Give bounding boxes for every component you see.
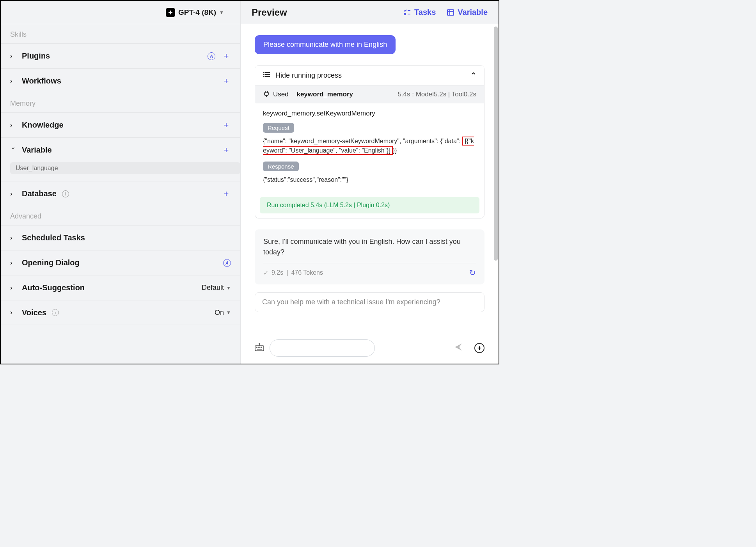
chevron-down-icon: ▼ xyxy=(226,310,231,315)
plugin-icon xyxy=(263,90,270,99)
preview-body: Please communicate with me in English Hi… xyxy=(241,24,499,335)
item-scheduled-tasks[interactable]: › Scheduled Tasks xyxy=(1,225,240,250)
svg-point-16 xyxy=(258,347,259,348)
input-bar: + xyxy=(241,335,499,364)
section-memory: Memory xyxy=(1,93,240,112)
auto-icon[interactable]: A xyxy=(223,259,231,267)
chevron-right-icon: › xyxy=(10,259,16,266)
item-opening-dialog[interactable]: › Opening Dialog A xyxy=(1,250,240,275)
plus-icon[interactable]: + xyxy=(222,76,231,86)
item-auto-suggestion[interactable]: › Auto-Suggestion Default ▼ xyxy=(1,275,240,300)
svg-point-10 xyxy=(263,76,264,77)
chevron-right-icon: › xyxy=(10,78,16,85)
info-icon[interactable]: i xyxy=(62,190,69,197)
svg-rect-3 xyxy=(447,10,454,15)
model-name: GPT-4 (8K) xyxy=(178,8,216,17)
chevron-right-icon: › xyxy=(10,309,16,316)
check-icon: ✓ xyxy=(263,269,268,277)
send-icon[interactable] xyxy=(454,343,463,353)
svg-rect-12 xyxy=(255,346,264,351)
run-completed: Run completed 5.4s (LLM 5.2s | Plugin 0.… xyxy=(260,197,479,213)
chevron-down-icon: ▼ xyxy=(219,10,224,15)
scrollbar[interactable] xyxy=(494,27,498,261)
item-database[interactable]: › Database i + xyxy=(1,181,240,206)
chevron-right-icon: › xyxy=(10,122,16,129)
svg-point-14 xyxy=(259,343,260,344)
svg-point-18 xyxy=(261,347,262,348)
item-variable[interactable]: › Variable + xyxy=(1,137,240,162)
process-toggle[interactable]: Hide running process ⌃ xyxy=(255,66,484,85)
chevron-up-icon: ⌃ xyxy=(470,71,476,80)
item-plugins[interactable]: › Plugins A + xyxy=(1,43,240,68)
keyboard-icon[interactable] xyxy=(255,343,264,353)
section-skills: Skills xyxy=(1,24,240,43)
chevron-right-icon: › xyxy=(10,234,16,242)
chevron-right-icon: › xyxy=(10,53,16,60)
response-label: Response xyxy=(263,162,299,171)
item-voices[interactable]: › Voices i On ▼ xyxy=(1,300,240,325)
refresh-icon[interactable]: ↻ xyxy=(469,268,476,277)
model-selector[interactable]: ✦ GPT-4 (8K) ▼ xyxy=(1,1,240,24)
info-icon[interactable]: i xyxy=(52,309,59,316)
process-card: Hide running process ⌃ Used keyword_memo… xyxy=(255,65,484,218)
tasks-icon xyxy=(403,9,411,16)
request-label: Request xyxy=(263,123,294,133)
section-advanced: Advanced xyxy=(1,206,240,225)
chevron-right-icon: › xyxy=(10,284,16,291)
svg-point-1 xyxy=(404,13,406,15)
request-body: {"name": "keyword_memory-setKeywordMemor… xyxy=(263,137,476,155)
response-body: {"status":"success","reason":""} xyxy=(263,175,476,185)
variable-tag[interactable]: User_language xyxy=(10,162,240,174)
auto-icon[interactable]: A xyxy=(208,52,215,60)
used-bar: Used keyword_memory 5.4s : Model5.2s | T… xyxy=(255,85,484,103)
item-workflows[interactable]: › Workflows + xyxy=(1,68,240,93)
assistant-message: Sure, I'll communicate with you in Engli… xyxy=(255,229,484,284)
table-icon xyxy=(447,9,454,16)
preview-title: Preview xyxy=(252,7,287,18)
user-message: Please communicate with me in English xyxy=(255,35,396,54)
chevron-down-icon: ▼ xyxy=(226,285,231,291)
variable-link[interactable]: Variable xyxy=(447,8,488,17)
list-icon xyxy=(263,71,271,80)
suggestion[interactable]: Can you help me with a technical issue I… xyxy=(255,292,484,312)
svg-point-17 xyxy=(259,347,260,348)
add-button[interactable]: + xyxy=(474,343,484,353)
svg-point-8 xyxy=(263,74,264,75)
tasks-link[interactable]: Tasks xyxy=(403,8,436,17)
svg-point-15 xyxy=(256,347,257,348)
plus-icon[interactable]: + xyxy=(222,146,231,155)
svg-point-6 xyxy=(263,72,264,73)
openai-icon: ✦ xyxy=(166,8,175,17)
plus-icon[interactable]: + xyxy=(222,52,231,61)
chevron-down-icon: › xyxy=(10,147,17,153)
plus-icon[interactable]: + xyxy=(222,121,231,130)
preview-header: Preview Tasks Variable xyxy=(241,1,499,24)
right-panel: Preview Tasks Variable Please xyxy=(241,1,499,364)
chevron-right-icon: › xyxy=(10,190,16,197)
tool-call-name: keyword_memory.setKeywordMemory xyxy=(263,110,476,117)
message-input[interactable] xyxy=(270,339,375,357)
left-panel: ✦ GPT-4 (8K) ▼ Skills › Plugins A + › Wo… xyxy=(1,1,241,364)
item-knowledge[interactable]: › Knowledge + xyxy=(1,112,240,137)
plus-icon[interactable]: + xyxy=(222,189,231,199)
